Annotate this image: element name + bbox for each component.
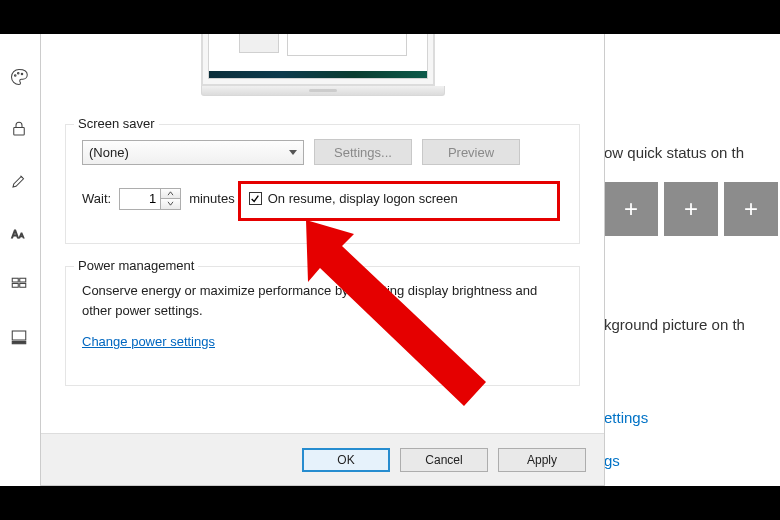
- apply-button[interactable]: Apply: [498, 448, 586, 472]
- brush-icon[interactable]: [10, 172, 28, 190]
- screensaver-settings-button: Settings...: [314, 139, 412, 165]
- svg-rect-8: [12, 284, 18, 288]
- quick-status-tiles: + + +: [604, 182, 778, 236]
- svg-rect-10: [12, 331, 26, 340]
- quick-status-label: ow quick status on th: [604, 144, 744, 161]
- screensaver-legend: Screen saver: [74, 116, 159, 131]
- timeout-settings-link-partial[interactable]: ettings: [604, 409, 648, 426]
- screensaver-preview-button: Preview: [422, 139, 520, 165]
- svg-point-2: [21, 73, 23, 75]
- resume-logon-label: On resume, display logon screen: [268, 191, 458, 206]
- screensaver-group: Screen saver (None) Settings... Preview …: [65, 124, 580, 244]
- lock-icon[interactable]: [10, 120, 28, 138]
- cancel-button[interactable]: Cancel: [400, 448, 488, 472]
- screensaver-settings-link-partial[interactable]: gs: [604, 452, 620, 469]
- svg-rect-11: [12, 342, 26, 344]
- dialog-footer: OK Cancel Apply: [41, 433, 604, 485]
- power-legend: Power management: [74, 258, 198, 273]
- svg-text:A: A: [19, 231, 24, 240]
- font-icon[interactable]: AA: [10, 224, 28, 242]
- add-tile-2[interactable]: +: [664, 182, 718, 236]
- svg-rect-6: [12, 278, 18, 282]
- resume-logon-checkbox[interactable]: [249, 192, 262, 205]
- wait-input[interactable]: [120, 189, 160, 209]
- start-icon[interactable]: [10, 276, 28, 294]
- personalization-nav: AA: [0, 34, 38, 486]
- power-group: Power management Conserve energy or maxi…: [65, 266, 580, 386]
- add-tile-3[interactable]: +: [724, 182, 778, 236]
- taskbar-icon[interactable]: [10, 328, 28, 346]
- screensaver-select[interactable]: (None): [82, 140, 304, 165]
- wait-increment[interactable]: [161, 189, 180, 199]
- svg-rect-7: [20, 278, 26, 282]
- screensaver-select-value: (None): [89, 145, 129, 160]
- power-description: Conserve energy or maximize performance …: [82, 281, 563, 320]
- ok-button[interactable]: OK: [302, 448, 390, 472]
- letterbox-top: [0, 0, 780, 34]
- lockscreen-settings-partial: ow quick status on th + + + kground pict…: [604, 34, 780, 486]
- add-tile-1[interactable]: +: [604, 182, 658, 236]
- svg-rect-3: [14, 128, 25, 136]
- svg-rect-9: [20, 284, 26, 288]
- change-power-settings-link[interactable]: Change power settings: [82, 334, 215, 349]
- background-picture-label: kground picture on th: [604, 316, 745, 333]
- minutes-label: minutes: [189, 191, 235, 206]
- screensaver-dialog: Screen saver (None) Settings... Preview …: [40, 34, 605, 486]
- wait-label: Wait:: [82, 191, 111, 206]
- monitor-preview: [201, 34, 445, 96]
- svg-point-1: [18, 73, 20, 75]
- resume-logon-option[interactable]: On resume, display logon screen: [243, 187, 464, 210]
- wait-decrement[interactable]: [161, 198, 180, 209]
- letterbox-bottom: [0, 486, 780, 520]
- svg-text:A: A: [12, 228, 19, 240]
- viewport: AA ow quick status on th + + + kground p…: [0, 34, 780, 486]
- svg-point-0: [15, 75, 17, 77]
- wait-spinner[interactable]: [119, 188, 181, 210]
- palette-icon[interactable]: [10, 68, 28, 86]
